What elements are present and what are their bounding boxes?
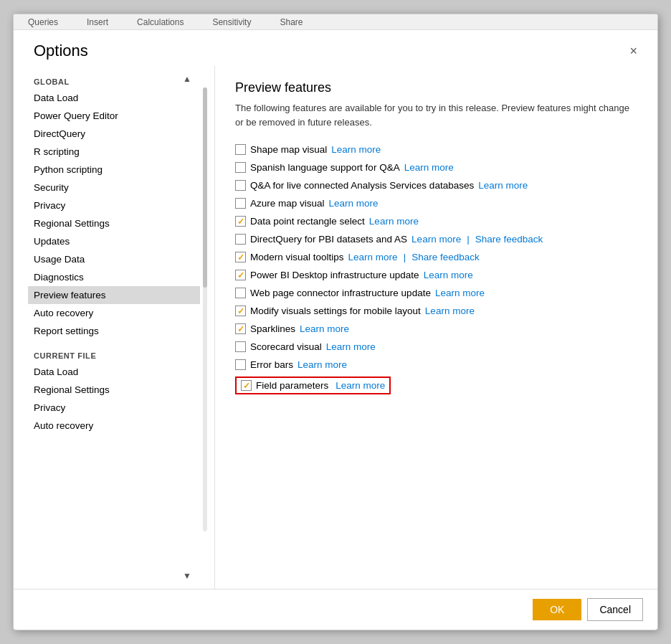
sidebar-wrapper: ▲ GLOBAL Data Load Power Query Editor Di… <box>14 66 214 589</box>
label-azure-map-visual: Azure map visual <box>250 198 325 209</box>
sidebar-item-r-scripting[interactable]: R scripting <box>28 143 200 161</box>
global-section-label: GLOBAL <box>28 77 200 86</box>
dialog-body: ▲ GLOBAL Data Load Power Query Editor Di… <box>14 66 657 589</box>
dialog-footer: OK Cancel <box>14 589 657 630</box>
sidebar-scrollbar[interactable] <box>203 87 209 531</box>
topbar-sensitivity: Sensitivity <box>212 17 251 27</box>
feature-modify-visuals-mobile: Modify visuals settings for mobile layou… <box>235 302 637 320</box>
topbar-queries: Queries <box>28 17 58 27</box>
learn-more-web-page-connector[interactable]: Learn more <box>435 288 485 298</box>
sidebar-item-cf-privacy[interactable]: Privacy <box>28 399 200 417</box>
ok-button[interactable]: OK <box>533 599 581 620</box>
topbar-calculations: Calculations <box>137 17 184 27</box>
feature-power-bi-desktop-infra: Power BI Desktop infrastructure update L… <box>235 266 637 284</box>
learn-more-field-parameters[interactable]: Learn more <box>336 380 385 391</box>
label-qa-live-connected: Q&A for live connected Analysis Services… <box>250 180 474 191</box>
checkbox-scorecard-visual[interactable] <box>235 341 246 352</box>
learn-more-azure-map-visual[interactable]: Learn more <box>329 198 379 209</box>
main-description: The following features are available for… <box>235 101 637 129</box>
dialog-header: Options × <box>14 30 657 66</box>
checkbox-web-page-connector[interactable] <box>235 288 246 298</box>
feature-shape-map-visual: Shape map visual Learn more <box>235 141 637 158</box>
label-field-parameters: Field parameters <box>256 380 328 391</box>
feature-sparklines: Sparklines Learn more <box>235 320 637 338</box>
learn-more-power-bi-desktop-infra[interactable]: Learn more <box>424 270 473 280</box>
sidebar-item-diagnostics[interactable]: Diagnostics <box>28 268 200 286</box>
checkbox-modify-visuals-mobile[interactable] <box>235 306 246 316</box>
current-file-section-label: CURRENT FILE <box>28 351 200 360</box>
checkbox-qa-live-connected[interactable] <box>235 180 246 191</box>
feature-directquery-pbi-datasets: DirectQuery for PBI datasets and AS Lear… <box>235 230 637 248</box>
sidebar-item-data-load[interactable]: Data Load <box>28 89 200 107</box>
options-dialog: Queries Insert Calculations Sensitivity … <box>13 14 658 630</box>
label-shape-map-visual: Shape map visual <box>250 144 327 155</box>
checkbox-error-bars[interactable] <box>235 359 246 370</box>
sidebar-item-preview-features[interactable]: Preview features <box>28 286 200 304</box>
learn-more-scorecard-visual[interactable]: Learn more <box>326 341 376 352</box>
label-scorecard-visual: Scorecard visual <box>250 341 322 352</box>
learn-more-error-bars[interactable]: Learn more <box>298 359 347 370</box>
separator-modern-visual-tooltips: | <box>404 252 406 262</box>
feature-scorecard-visual: Scorecard visual Learn more <box>235 338 637 356</box>
label-web-page-connector: Web page connector infrastructure update <box>250 288 431 298</box>
share-feedback-directquery-pbi-datasets[interactable]: Share feedback <box>475 234 543 245</box>
label-spanish-language: Spanish language support for Q&A <box>250 162 400 173</box>
sidebar-item-privacy[interactable]: Privacy <box>28 196 200 214</box>
sidebar-item-cf-regional-settings[interactable]: Regional Settings <box>28 381 200 399</box>
sidebar-item-usage-data[interactable]: Usage Data <box>28 250 200 268</box>
sidebar-item-directquery[interactable]: DirectQuery <box>28 125 200 143</box>
checkbox-field-parameters[interactable] <box>241 380 252 391</box>
main-content: Preview features The following features … <box>214 66 657 589</box>
feature-error-bars: Error bars Learn more <box>235 356 637 374</box>
main-title: Preview features <box>235 80 637 95</box>
label-error-bars: Error bars <box>250 359 293 370</box>
label-directquery-pbi-datasets: DirectQuery for PBI datasets and AS <box>250 234 407 245</box>
topbar-share: Share <box>280 17 303 27</box>
sidebar-item-updates[interactable]: Updates <box>28 232 200 250</box>
sidebar-item-regional-settings[interactable]: Regional Settings <box>28 214 200 232</box>
sidebar-item-python-scripting[interactable]: Python scripting <box>28 161 200 179</box>
learn-more-data-point-rect-select[interactable]: Learn more <box>369 216 419 227</box>
checkbox-shape-map-visual[interactable] <box>235 144 246 155</box>
sidebar-item-power-query-editor[interactable]: Power Query Editor <box>28 107 200 125</box>
sidebar-scroll-down[interactable]: ▼ <box>180 569 194 583</box>
sidebar-item-auto-recovery[interactable]: Auto recovery <box>28 304 200 322</box>
checkbox-directquery-pbi-datasets[interactable] <box>235 234 246 245</box>
sidebar: ▲ GLOBAL Data Load Power Query Editor Di… <box>14 66 200 589</box>
sidebar-item-cf-data-load[interactable]: Data Load <box>28 363 200 381</box>
label-modify-visuals-mobile: Modify visuals settings for mobile layou… <box>250 306 421 316</box>
learn-more-modify-visuals-mobile[interactable]: Learn more <box>425 306 475 316</box>
sidebar-item-security[interactable]: Security <box>28 179 200 196</box>
sidebar-item-cf-auto-recovery[interactable]: Auto recovery <box>28 417 200 435</box>
checkbox-power-bi-desktop-infra[interactable] <box>235 270 246 280</box>
topbar: Queries Insert Calculations Sensitivity … <box>14 14 657 30</box>
checkbox-azure-map-visual[interactable] <box>235 198 246 209</box>
cancel-button[interactable]: Cancel <box>587 598 643 621</box>
checkbox-data-point-rect-select[interactable] <box>235 216 246 227</box>
learn-more-shape-map-visual[interactable]: Learn more <box>331 144 381 155</box>
sidebar-scroll-up[interactable]: ▲ <box>180 72 194 86</box>
global-sidebar-items: Data Load Power Query Editor DirectQuery… <box>28 89 200 340</box>
label-power-bi-desktop-infra: Power BI Desktop infrastructure update <box>250 270 419 280</box>
feature-qa-live-connected: Q&A for live connected Analysis Services… <box>235 176 637 194</box>
feature-field-parameters: Field parameters Learn more <box>235 377 391 394</box>
label-data-point-rect-select: Data point rectangle select <box>250 216 365 227</box>
sidebar-item-report-settings[interactable]: Report settings <box>28 322 200 340</box>
dialog-title: Options <box>34 42 88 60</box>
separator-directquery: | <box>467 234 470 245</box>
label-sparklines: Sparklines <box>250 323 295 334</box>
checkbox-spanish-language[interactable] <box>235 162 246 173</box>
learn-more-sparklines[interactable]: Learn more <box>300 323 349 334</box>
share-feedback-modern-visual-tooltips[interactable]: Share feedback <box>411 252 480 262</box>
close-button[interactable]: × <box>624 42 643 60</box>
checkbox-modern-visual-tooltips[interactable] <box>235 252 246 262</box>
checkbox-sparklines[interactable] <box>235 323 246 334</box>
learn-more-directquery-pbi-datasets[interactable]: Learn more <box>411 234 461 245</box>
feature-data-point-rect-select: Data point rectangle select Learn more <box>235 212 637 230</box>
learn-more-qa-live-connected[interactable]: Learn more <box>478 180 528 191</box>
current-file-sidebar-items: Data Load Regional Settings Privacy Auto… <box>28 363 200 435</box>
learn-more-spanish-language[interactable]: Learn more <box>404 162 454 173</box>
feature-modern-visual-tooltips: Modern visual tooltips Learn more | Shar… <box>235 248 637 266</box>
learn-more-modern-visual-tooltips[interactable]: Learn more <box>348 252 398 262</box>
feature-web-page-connector: Web page connector infrastructure update… <box>235 284 637 302</box>
